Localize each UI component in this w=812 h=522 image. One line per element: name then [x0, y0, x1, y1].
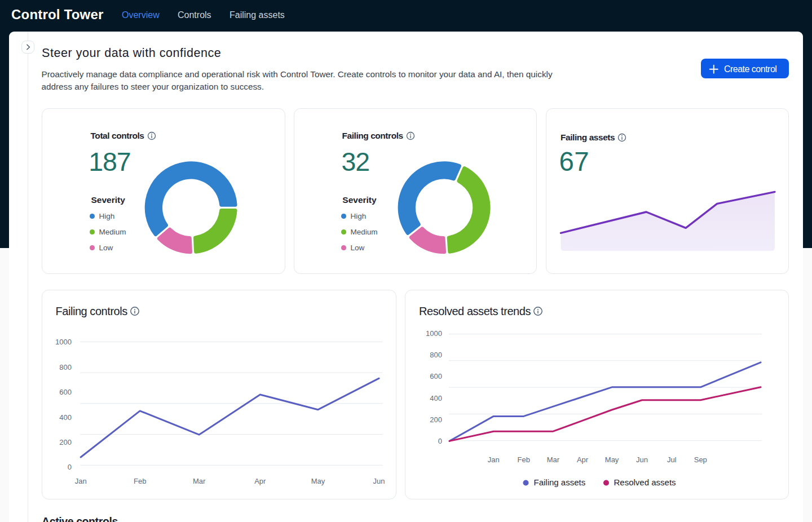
- svg-text:800: 800: [430, 351, 442, 359]
- svg-text:0: 0: [438, 437, 442, 445]
- svg-text:Feb: Feb: [518, 455, 530, 464]
- svg-text:May: May: [311, 477, 325, 485]
- svg-text:Jan: Jan: [75, 477, 87, 485]
- svg-text:1000: 1000: [55, 338, 72, 346]
- svg-text:Jan: Jan: [488, 455, 500, 464]
- svg-text:Apr: Apr: [577, 455, 589, 464]
- svg-text:1000: 1000: [426, 329, 442, 338]
- svg-text:Jun: Jun: [636, 455, 648, 464]
- svg-text:200: 200: [430, 415, 442, 424]
- svg-text:0: 0: [68, 463, 72, 471]
- svg-text:Feb: Feb: [134, 477, 146, 485]
- svg-text:Resolved assets: Resolved assets: [614, 477, 676, 487]
- svg-text:Jul: Jul: [667, 455, 677, 464]
- svg-text:Jun: Jun: [373, 477, 385, 485]
- svg-text:Sep: Sep: [694, 455, 707, 464]
- svg-text:600: 600: [430, 372, 442, 381]
- svg-text:Failing assets: Failing assets: [534, 477, 586, 487]
- svg-text:400: 400: [59, 413, 72, 422]
- svg-text:Mar: Mar: [193, 477, 206, 485]
- svg-text:800: 800: [59, 363, 72, 371]
- svg-text:Apr: Apr: [254, 477, 266, 485]
- svg-text:400: 400: [430, 394, 442, 402]
- svg-text:May: May: [605, 455, 619, 464]
- svg-text:Mar: Mar: [547, 455, 560, 464]
- svg-text:200: 200: [59, 438, 72, 446]
- svg-text:600: 600: [59, 388, 72, 396]
